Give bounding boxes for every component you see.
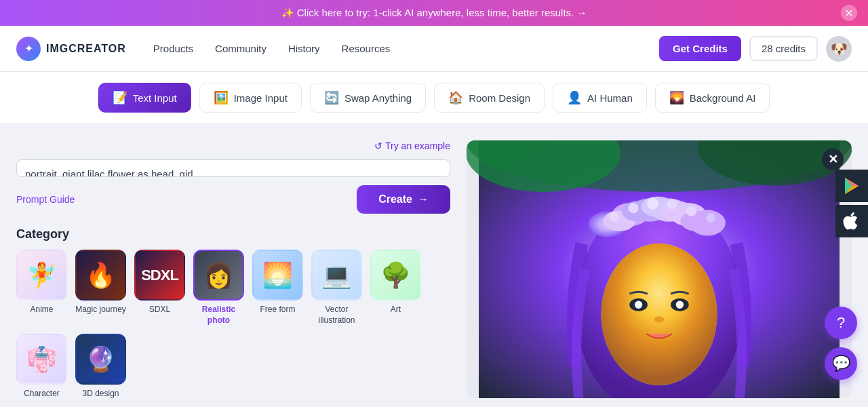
nav-community[interactable]: Community — [215, 43, 267, 54]
category-art-label: Art — [391, 305, 401, 315]
ai-human-icon: 👤 — [567, 90, 582, 105]
category-art[interactable]: 🌳 Art — [370, 250, 421, 326]
svg-point-23 — [609, 212, 619, 222]
tab-text-input-label: Text Input — [133, 92, 177, 104]
category-realistic-photo-thumb: 👩 — [193, 250, 244, 301]
left-panel: ↺ Try an example portrait, giant lilac f… — [16, 140, 450, 389]
apple-store-button[interactable] — [835, 205, 868, 237]
logo-text: IMGCREATOR — [46, 43, 126, 55]
help-button[interactable]: ? — [825, 307, 857, 339]
tab-room-design-label: Room Design — [469, 92, 530, 104]
category-3d-design-thumb: 🔮 — [75, 334, 126, 385]
right-panel: ✕ — [467, 140, 852, 398]
svg-point-6 — [601, 244, 717, 385]
get-credits-button[interactable]: Get Credits — [659, 36, 741, 61]
category-magic-journey-label: Magic journey — [75, 305, 126, 315]
nav-resources[interactable]: Resources — [342, 43, 391, 54]
category-magic-journey-thumb: 🔥 — [75, 250, 126, 301]
logo-area[interactable]: IMGCREATOR — [16, 37, 126, 61]
category-grid: 🧚 Anime 🔥 Magic journey SDXL SDXL — [16, 250, 450, 400]
nav-products[interactable]: Products — [153, 43, 193, 54]
svg-point-9 — [635, 301, 642, 309]
svg-point-24 — [628, 203, 638, 213]
category-realistic-photo-label: Realistic photo — [193, 305, 244, 326]
credits-button[interactable]: 28 credits — [749, 36, 818, 61]
floating-buttons: ? 💬 — [825, 307, 857, 380]
category-free-form-thumb: 🌅 — [252, 250, 303, 301]
svg-point-28 — [706, 213, 715, 222]
category-character[interactable]: 👘 Character — [16, 334, 67, 400]
category-sdxl[interactable]: SDXL SDXL — [134, 250, 185, 326]
promo-banner[interactable]: ✨ Click here to try: 1-click AI anywhere… — [0, 0, 868, 26]
prompt-textarea[interactable]: portrait, giant lilac flower as head, gi… — [16, 159, 450, 177]
create-button[interactable]: Create — [357, 185, 450, 214]
user-avatar[interactable]: 🐶 — [826, 36, 852, 62]
chat-button[interactable]: 💬 — [825, 347, 857, 380]
category-free-form[interactable]: 🌅 Free form — [252, 250, 303, 326]
result-image — [467, 140, 852, 398]
svg-point-25 — [647, 198, 658, 210]
svg-point-10 — [676, 301, 684, 309]
nav-links: Products Community History Resources — [153, 43, 659, 54]
main-content: ↺ Try an example portrait, giant lilac f… — [0, 124, 868, 405]
tabs-bar: 📝 Text Input 🖼️ Image Input 🔄 Swap Anyth… — [0, 72, 868, 124]
category-3d-design-label: 3D design — [82, 389, 119, 400]
category-art-thumb: 🌳 — [370, 250, 421, 301]
room-design-icon: 🏠 — [448, 90, 463, 105]
category-3d-design[interactable]: 🔮 3D design — [75, 334, 126, 400]
category-anime-label: Anime — [30, 305, 53, 315]
svg-point-27 — [686, 206, 696, 216]
nav-actions: Get Credits 28 credits 🐶 — [659, 36, 852, 62]
banner-close-button[interactable]: × — [841, 5, 857, 21]
category-realistic-photo[interactable]: 👩 Realistic photo — [193, 250, 244, 326]
prompt-actions: Prompt Guide Create — [16, 185, 450, 214]
google-play-button[interactable] — [835, 170, 868, 202]
tab-image-input-label: Image Input — [234, 92, 288, 104]
tab-image-input[interactable]: 🖼️ Image Input — [199, 83, 302, 113]
category-vector-illustration[interactable]: 💻 Vector illustration — [311, 250, 362, 326]
try-example-link[interactable]: ↺ Try an example — [374, 140, 450, 151]
category-section-title: Category — [16, 227, 450, 241]
category-vector-illustration-thumb: 💻 — [311, 250, 362, 301]
prompt-guide-link[interactable]: Prompt Guide — [16, 194, 75, 205]
tab-ai-human-label: AI Human — [587, 92, 633, 104]
category-vector-illustration-label: Vector illustration — [311, 305, 362, 326]
category-character-thumb: 👘 — [16, 334, 67, 385]
tab-background-ai[interactable]: 🌄 Background AI — [655, 83, 770, 113]
category-anime[interactable]: 🧚 Anime — [16, 250, 67, 326]
swap-anything-icon: 🔄 — [324, 90, 339, 105]
tab-background-ai-label: Background AI — [690, 92, 756, 104]
tab-ai-human[interactable]: 👤 AI Human — [553, 83, 647, 113]
close-result-button[interactable]: ✕ — [822, 149, 844, 170]
side-app-buttons — [835, 170, 868, 237]
try-example-area: ↺ Try an example — [16, 140, 450, 151]
logo-icon — [16, 37, 41, 61]
background-ai-icon: 🌄 — [669, 90, 684, 105]
image-input-icon: 🖼️ — [214, 90, 229, 105]
svg-point-11 — [654, 316, 664, 323]
category-character-label: Character — [24, 389, 60, 400]
tab-text-input[interactable]: 📝 Text Input — [98, 83, 191, 113]
category-sdxl-thumb: SDXL — [134, 250, 185, 301]
text-input-icon: 📝 — [113, 90, 127, 105]
navbar: IMGCREATOR Products Community History Re… — [0, 26, 868, 72]
category-free-form-label: Free form — [260, 305, 295, 315]
svg-point-26 — [667, 199, 677, 209]
category-sdxl-label: SDXL — [149, 305, 170, 315]
category-magic-journey[interactable]: 🔥 Magic journey — [75, 250, 126, 326]
nav-history[interactable]: History — [288, 43, 320, 54]
category-anime-thumb: 🧚 — [16, 250, 67, 301]
tab-room-design[interactable]: 🏠 Room Design — [434, 83, 545, 113]
banner-text: ✨ Click here to try: 1-click AI anywhere… — [281, 7, 587, 19]
tab-swap-anything-label: Swap Anything — [344, 92, 412, 104]
tab-swap-anything[interactable]: 🔄 Swap Anything — [310, 83, 426, 113]
